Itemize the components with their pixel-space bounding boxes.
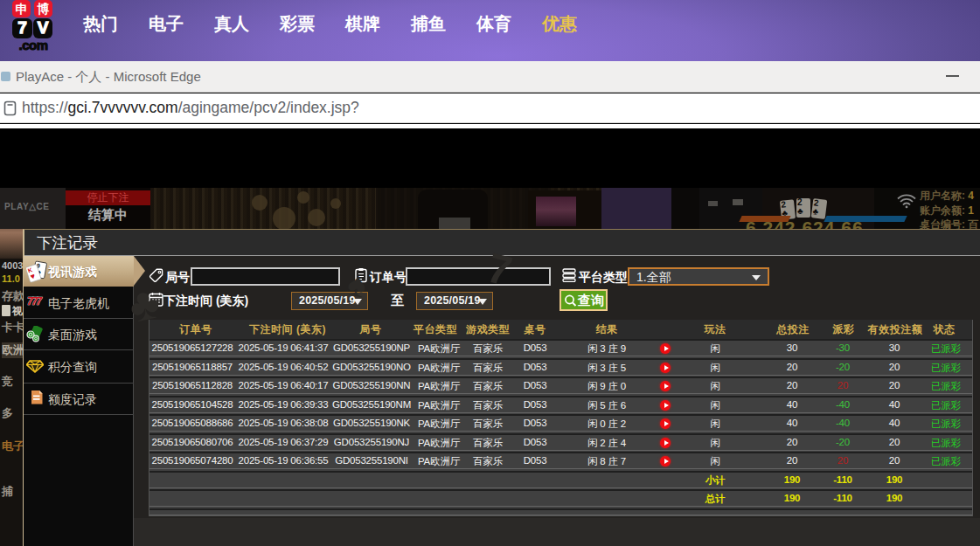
svg-text:777: 777 (27, 295, 43, 308)
